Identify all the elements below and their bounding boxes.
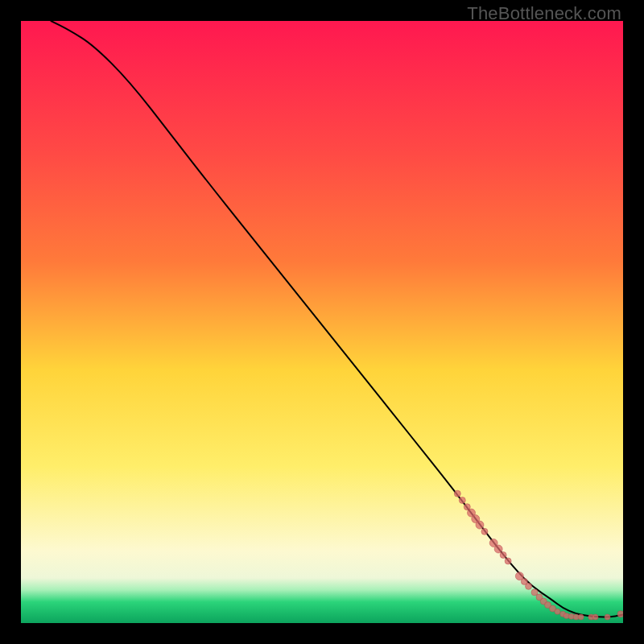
data-point — [459, 497, 465, 503]
data-point — [526, 583, 532, 589]
data-point — [481, 528, 488, 535]
data-point — [531, 589, 538, 596]
data-point — [617, 611, 623, 617]
plot-area — [21, 21, 623, 623]
gradient-background — [21, 21, 623, 623]
data-point — [476, 521, 484, 529]
data-point — [494, 545, 502, 553]
chart-svg — [21, 21, 623, 623]
chart-container: TheBottleneck.com — [0, 0, 644, 644]
data-point — [592, 614, 598, 620]
data-point — [578, 614, 584, 620]
data-point — [464, 504, 470, 510]
data-point — [500, 551, 506, 558]
data-point — [555, 609, 560, 614]
data-point — [454, 490, 460, 497]
data-point — [605, 614, 610, 620]
data-point — [505, 558, 511, 564]
